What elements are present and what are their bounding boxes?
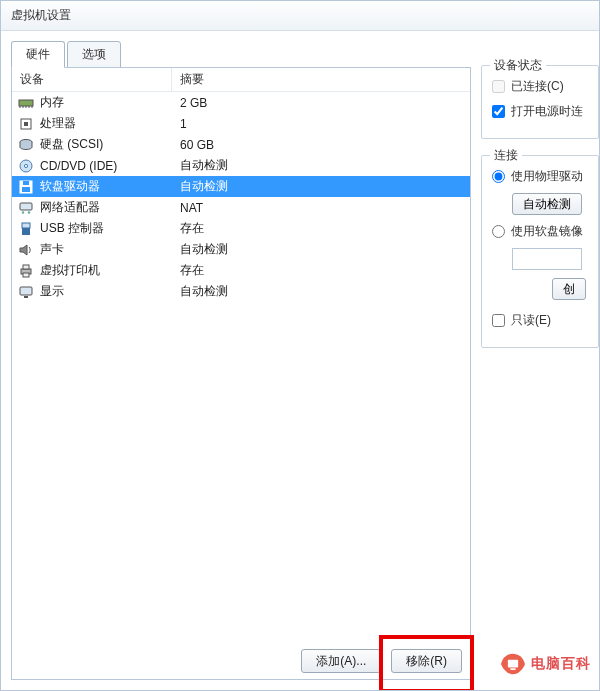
device-status-group: 设备状态 已连接(C) 打开电源时连 xyxy=(481,65,599,139)
device-row[interactable]: 硬盘 (SCSI)60 GB xyxy=(12,134,470,155)
sound-icon xyxy=(18,242,34,258)
svg-rect-18 xyxy=(24,296,28,298)
cpu-icon xyxy=(18,116,34,132)
connected-checkbox xyxy=(492,80,505,93)
display-icon xyxy=(18,284,34,300)
svg-rect-7 xyxy=(23,181,29,185)
device-summary: 60 GB xyxy=(172,138,470,152)
tabs: 硬件 选项 xyxy=(11,41,471,68)
device-list-panel: 设备 摘要 内存2 GB处理器1硬盘 (SCSI)60 GBCD/DVD (ID… xyxy=(11,67,471,680)
use-image-row[interactable]: 使用软盘镜像 xyxy=(492,223,588,240)
browse-button[interactable]: 创 xyxy=(552,278,586,300)
column-header-device[interactable]: 设备 xyxy=(12,68,172,91)
device-list-header: 设备 摘要 xyxy=(12,68,470,92)
device-row[interactable]: 内存2 GB xyxy=(12,92,470,113)
connection-legend: 连接 xyxy=(490,147,522,164)
use-physical-row[interactable]: 使用物理驱动 xyxy=(492,168,588,185)
use-physical-label: 使用物理驱动 xyxy=(511,168,583,185)
svg-rect-13 xyxy=(22,228,30,235)
device-name: 网络适配器 xyxy=(40,199,100,216)
device-name: 虚拟打印机 xyxy=(40,262,100,279)
svg-rect-9 xyxy=(20,203,32,210)
connected-row[interactable]: 已连接(C) xyxy=(492,78,588,95)
connect-at-poweron-checkbox[interactable] xyxy=(492,105,505,118)
svg-rect-16 xyxy=(23,273,29,277)
connect-at-poweron-row[interactable]: 打开电源时连 xyxy=(492,103,588,120)
connect-at-poweron-label: 打开电源时连 xyxy=(511,103,583,120)
readonly-label: 只读(E) xyxy=(511,312,551,329)
device-summary: 存在 xyxy=(172,220,470,237)
device-name: 处理器 xyxy=(40,115,76,132)
device-row[interactable]: 虚拟打印机存在 xyxy=(12,260,470,281)
device-button-row: 添加(A)... 移除(R) xyxy=(12,639,470,679)
device-name: USB 控制器 xyxy=(40,220,104,237)
device-row[interactable]: 软盘驱动器自动检测 xyxy=(12,176,470,197)
device-name: 声卡 xyxy=(40,241,64,258)
device-list-body: 内存2 GB处理器1硬盘 (SCSI)60 GBCD/DVD (IDE)自动检测… xyxy=(12,92,470,639)
device-row[interactable]: 声卡自动检测 xyxy=(12,239,470,260)
device-name: 内存 xyxy=(40,94,64,111)
window-title: 虚拟机设置 xyxy=(11,7,71,24)
printer-icon xyxy=(18,263,34,279)
device-name: 显示 xyxy=(40,283,64,300)
device-row[interactable]: 处理器1 xyxy=(12,113,470,134)
auto-detect-button[interactable]: 自动检测 xyxy=(512,193,582,215)
device-name: CD/DVD (IDE) xyxy=(40,159,117,173)
svg-rect-15 xyxy=(23,265,29,269)
device-status-legend: 设备状态 xyxy=(490,57,546,74)
svg-point-5 xyxy=(24,164,27,167)
use-physical-radio[interactable] xyxy=(492,170,505,183)
svg-rect-17 xyxy=(20,287,32,295)
column-header-summary[interactable]: 摘要 xyxy=(172,68,470,91)
device-summary: 存在 xyxy=(172,262,470,279)
device-summary: 自动检测 xyxy=(172,283,470,300)
remove-button[interactable]: 移除(R) xyxy=(391,649,462,673)
device-row[interactable]: 网络适配器NAT xyxy=(12,197,470,218)
device-summary: NAT xyxy=(172,201,470,215)
image-path-input[interactable] xyxy=(512,248,582,270)
device-row[interactable]: 显示自动检测 xyxy=(12,281,470,302)
svg-rect-2 xyxy=(24,122,28,126)
svg-rect-12 xyxy=(22,223,30,228)
device-row[interactable]: CD/DVD (IDE)自动检测 xyxy=(12,155,470,176)
svg-point-10 xyxy=(22,211,24,213)
readonly-checkbox[interactable] xyxy=(492,314,505,327)
use-image-label: 使用软盘镜像 xyxy=(511,223,583,240)
net-icon xyxy=(18,200,34,216)
svg-point-11 xyxy=(28,211,30,213)
readonly-row[interactable]: 只读(E) xyxy=(492,312,588,329)
device-summary: 2 GB xyxy=(172,96,470,110)
svg-rect-8 xyxy=(22,187,30,192)
device-summary: 1 xyxy=(172,117,470,131)
disk-icon xyxy=(18,137,34,153)
usb-icon xyxy=(18,221,34,237)
device-summary: 自动检测 xyxy=(172,178,470,195)
tab-hardware[interactable]: 硬件 xyxy=(11,41,65,68)
svg-rect-0 xyxy=(19,100,33,106)
floppy-icon xyxy=(18,179,34,195)
add-button[interactable]: 添加(A)... xyxy=(301,649,381,673)
device-name: 硬盘 (SCSI) xyxy=(40,136,103,153)
use-image-radio[interactable] xyxy=(492,225,505,238)
memory-icon xyxy=(18,95,34,111)
connected-label: 已连接(C) xyxy=(511,78,564,95)
connection-group: 连接 使用物理驱动 自动检测 使用软盘镜像 创 只读(E) xyxy=(481,155,599,348)
device-name: 软盘驱动器 xyxy=(40,178,100,195)
device-row[interactable]: USB 控制器存在 xyxy=(12,218,470,239)
cd-icon xyxy=(18,158,34,174)
device-summary: 自动检测 xyxy=(172,241,470,258)
window-titlebar: 虚拟机设置 xyxy=(1,1,599,31)
tab-options[interactable]: 选项 xyxy=(67,41,121,68)
device-summary: 自动检测 xyxy=(172,157,470,174)
